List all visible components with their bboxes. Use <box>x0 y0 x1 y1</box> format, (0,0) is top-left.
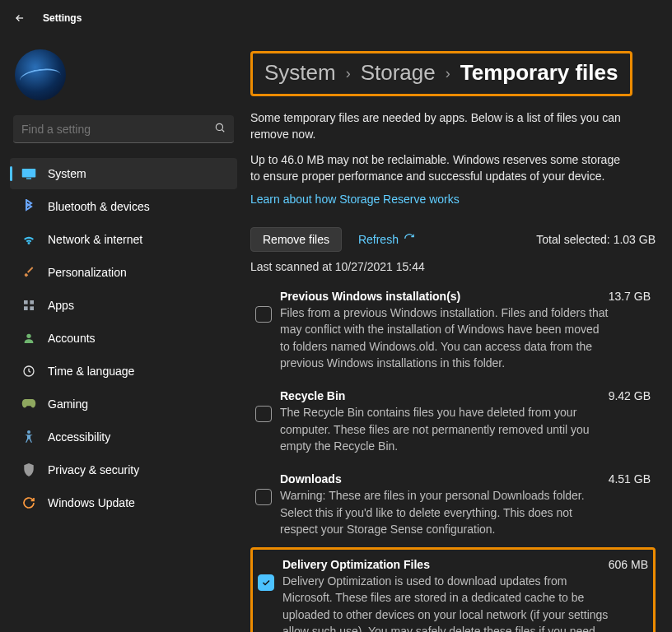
sidebar-item-windows-update[interactable]: Windows Update <box>10 487 237 518</box>
shield-icon <box>21 462 36 477</box>
update-icon <box>21 495 36 510</box>
svg-rect-4 <box>30 300 34 304</box>
refresh-icon <box>404 233 415 247</box>
svg-point-0 <box>216 123 222 130</box>
sidebar-item-label: Time & language <box>48 365 134 378</box>
file-description: Delivery Optimization is used to downloa… <box>282 573 612 632</box>
refresh-button[interactable]: Refresh <box>358 233 415 247</box>
back-button[interactable] <box>13 12 26 25</box>
svg-rect-2 <box>26 178 31 179</box>
file-title: Recycle Bin <box>280 389 345 402</box>
refresh-label: Refresh <box>358 233 399 246</box>
main-content: System › Storage › Temporary files Some … <box>247 36 672 632</box>
search-box[interactable] <box>13 115 234 143</box>
file-size: 13.7 GB <box>609 290 651 303</box>
sidebar-item-label: Privacy & security <box>48 463 139 476</box>
storage-reserve-link[interactable]: Learn about how Storage Reserve works <box>250 193 460 206</box>
gaming-icon <box>21 397 36 411</box>
sidebar-item-accounts[interactable]: Accounts <box>10 323 237 354</box>
file-item-downloads: Downloads 4.51 GB Warning: These are fil… <box>250 464 656 546</box>
svg-rect-6 <box>30 306 34 310</box>
svg-point-9 <box>27 430 30 434</box>
checkbox[interactable] <box>258 574 274 591</box>
breadcrumb-current: Temporary files <box>460 60 618 86</box>
file-size: 9.42 GB <box>609 389 651 402</box>
svg-rect-1 <box>22 169 36 178</box>
app-title: Settings <box>43 12 82 24</box>
intro-text-1: Some temporary files are needed by apps.… <box>250 109 629 143</box>
svg-point-7 <box>26 334 30 338</box>
display-icon <box>21 166 36 181</box>
total-selected: Total selected: 1.03 GB <box>536 233 656 246</box>
action-row: Remove files Refresh Total selected: 1.0… <box>250 227 656 252</box>
file-description: The Recycle Bin contains files you have … <box>280 404 609 454</box>
sidebar-item-label: Network & internet <box>48 233 142 246</box>
sidebar-item-bluetooth[interactable]: Bluetooth & devices <box>10 191 237 222</box>
bluetooth-icon <box>21 199 36 214</box>
nav: System Bluetooth & devices Network & int… <box>10 158 237 518</box>
file-list: Previous Windows installation(s) 13.7 GB… <box>250 281 656 632</box>
sidebar-item-label: Apps <box>48 299 74 312</box>
sidebar-item-label: Personalization <box>48 266 127 279</box>
last-scanned: Last scanned at 10/27/2021 15:44 <box>250 260 656 273</box>
file-size: 606 MB <box>609 558 648 571</box>
checkbox[interactable] <box>255 406 272 422</box>
svg-rect-3 <box>24 300 28 304</box>
remove-files-button[interactable]: Remove files <box>250 227 342 252</box>
sidebar-item-time-language[interactable]: Time & language <box>10 356 237 387</box>
file-size: 4.51 GB <box>609 472 651 486</box>
sidebar-item-network[interactable]: Network & internet <box>10 224 237 255</box>
search-input[interactable] <box>21 123 214 136</box>
breadcrumb: System › Storage › Temporary files <box>250 51 632 96</box>
avatar[interactable] <box>15 49 66 100</box>
file-item-recycle-bin: Recycle Bin 9.42 GB The Recycle Bin cont… <box>250 381 656 462</box>
wifi-icon <box>21 232 36 247</box>
chevron-right-icon: › <box>346 65 351 82</box>
breadcrumb-system[interactable]: System <box>264 60 336 86</box>
checkbox[interactable] <box>255 489 272 505</box>
sidebar-item-gaming[interactable]: Gaming <box>10 388 237 420</box>
sidebar-item-personalization[interactable]: Personalization <box>10 257 237 288</box>
file-item-previous-windows: Previous Windows installation(s) 13.7 GB… <box>250 281 656 379</box>
sidebar-item-label: Accessibility <box>48 430 110 444</box>
sidebar-item-label: Bluetooth & devices <box>48 200 150 213</box>
chevron-right-icon: › <box>446 65 450 82</box>
checkbox[interactable] <box>255 306 272 323</box>
sidebar-item-apps[interactable]: Apps <box>10 290 237 321</box>
sidebar-item-system[interactable]: System <box>10 158 237 189</box>
sidebar-item-label: Accounts <box>48 332 96 345</box>
file-title: Downloads <box>280 472 342 486</box>
sidebar-item-label: Windows Update <box>48 496 135 509</box>
intro-text-2: Up to 46.0 MB may not be reclaimable. Wi… <box>250 151 629 185</box>
title-bar: Settings <box>0 0 672 36</box>
sidebar: System Bluetooth & devices Network & int… <box>0 36 247 632</box>
file-description: Warning: These are files in your persona… <box>280 487 609 537</box>
file-title: Delivery Optimization Files <box>282 558 430 571</box>
sidebar-item-privacy[interactable]: Privacy & security <box>10 454 237 486</box>
sidebar-item-label: System <box>48 167 86 180</box>
file-title: Previous Windows installation(s) <box>280 290 460 303</box>
sidebar-item-label: Gaming <box>48 397 88 411</box>
file-item-delivery-optimization: Delivery Optimization Files 606 MB Deliv… <box>250 547 656 632</box>
person-icon <box>21 331 36 346</box>
total-selected-value: 1.03 GB <box>614 233 656 246</box>
sidebar-item-accessibility[interactable]: Accessibility <box>10 421 237 453</box>
breadcrumb-storage[interactable]: Storage <box>361 60 436 86</box>
file-description: Files from a previous Windows installati… <box>280 304 609 371</box>
search-icon <box>214 122 226 136</box>
clock-icon <box>21 364 36 379</box>
total-selected-label: Total selected: <box>536 233 610 246</box>
apps-icon <box>21 298 36 313</box>
paintbrush-icon <box>21 265 36 280</box>
accessibility-icon <box>21 430 36 444</box>
svg-rect-5 <box>24 306 28 310</box>
